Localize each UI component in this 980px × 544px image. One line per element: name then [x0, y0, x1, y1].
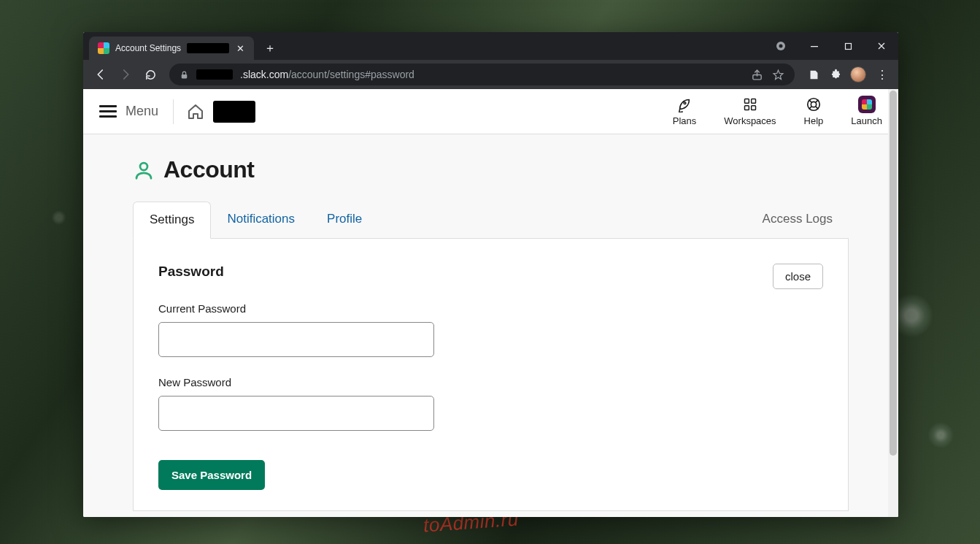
address-bar[interactable]: .slack.com/account/settings#password	[169, 64, 795, 85]
window-controls	[764, 32, 898, 60]
help-lifesaver-icon	[806, 96, 822, 112]
panel-header: Password close	[158, 264, 823, 289]
redacted-subdomain	[196, 69, 233, 80]
grid-icon	[743, 96, 757, 112]
incognito-icon	[764, 32, 798, 60]
tab-settings[interactable]: Settings	[133, 202, 211, 239]
back-button[interactable]	[90, 64, 111, 85]
tab-profile[interactable]: Profile	[311, 202, 378, 239]
browser-window: Account Settings ✕ ＋	[83, 32, 898, 517]
redacted-workspace-name	[213, 101, 255, 123]
svg-rect-8	[744, 106, 749, 110]
lock-icon	[180, 70, 189, 80]
nav-plans[interactable]: Plans	[673, 96, 697, 126]
page-viewport: Menu Plans Workspaces	[83, 89, 898, 517]
maximize-button[interactable]	[831, 32, 865, 60]
nav-label: Help	[804, 115, 824, 126]
person-icon	[133, 159, 155, 181]
share-icon[interactable]	[751, 69, 763, 81]
tab-close-button[interactable]: ✕	[235, 43, 245, 53]
forward-button[interactable]	[115, 64, 136, 85]
page-title-row: Account	[133, 156, 849, 183]
nav-label: Launch	[851, 115, 882, 126]
extension-icon[interactable]	[806, 67, 821, 82]
svg-point-12	[140, 163, 147, 170]
svg-rect-3	[845, 43, 851, 49]
rocket-icon	[676, 96, 692, 112]
menu-label[interactable]: Menu	[126, 104, 158, 119]
minimize-button[interactable]	[798, 32, 831, 60]
current-password-input[interactable]	[158, 322, 434, 357]
vertical-scrollbar[interactable]	[888, 89, 898, 517]
home-icon[interactable]	[187, 103, 204, 120]
account-tabs: Settings Notifications Profile Access Lo…	[133, 201, 849, 239]
svg-point-1	[779, 45, 783, 48]
hamburger-menu-icon[interactable]	[99, 102, 117, 120]
page-body: Account Settings Notifications Profile A…	[83, 134, 898, 511]
panel-title: Password	[158, 264, 224, 280]
slack-app-icon	[858, 96, 876, 112]
svg-rect-4	[182, 74, 188, 77]
scrollbar-thumb[interactable]	[890, 91, 897, 456]
window-close-button[interactable]	[865, 32, 898, 60]
app-header: Menu Plans Workspaces	[83, 89, 898, 134]
close-button[interactable]: close	[773, 264, 823, 289]
header-divider	[173, 99, 174, 124]
new-password-input[interactable]	[158, 396, 434, 431]
reload-button[interactable]	[140, 64, 161, 85]
current-password-label: Current Password	[158, 302, 823, 315]
browser-titlebar: Account Settings ✕ ＋	[83, 32, 898, 60]
slack-favicon	[98, 42, 109, 54]
header-right-nav: Plans Workspaces Help	[673, 96, 882, 126]
tab-notifications[interactable]: Notifications	[211, 202, 311, 239]
svg-rect-9	[752, 106, 756, 110]
save-password-button[interactable]: Save Password	[158, 460, 265, 490]
browser-toolbar: .slack.com/account/settings#password ⋮	[83, 60, 898, 89]
profile-avatar-icon[interactable]	[850, 66, 866, 83]
svg-rect-7	[752, 99, 756, 104]
tab-title: Account Settings	[115, 43, 181, 53]
password-panel: Password close Current Password New Pass…	[133, 239, 849, 511]
browser-menu-button[interactable]: ⋮	[873, 68, 891, 82]
svg-rect-2	[811, 46, 818, 47]
url-text: .slack.com/account/settings#password	[240, 69, 414, 80]
nav-label: Plans	[673, 115, 697, 126]
bookmark-star-icon[interactable]	[772, 69, 784, 81]
redacted-tab-text	[187, 43, 229, 53]
extension-icons: ⋮	[806, 66, 891, 83]
browser-tab[interactable]: Account Settings ✕	[89, 37, 254, 60]
nav-launch[interactable]: Launch	[851, 96, 882, 126]
address-bar-actions	[751, 69, 784, 81]
nav-workspaces[interactable]: Workspaces	[724, 96, 776, 126]
new-tab-button[interactable]: ＋	[260, 38, 280, 58]
nav-help[interactable]: Help	[804, 96, 824, 126]
tab-access-logs[interactable]: Access Logs	[746, 202, 849, 239]
nav-label: Workspaces	[724, 115, 776, 126]
page-title: Account	[163, 156, 255, 183]
new-password-label: New Password	[158, 376, 823, 388]
extensions-puzzle-icon[interactable]	[828, 67, 843, 82]
svg-point-11	[811, 101, 816, 107]
svg-rect-6	[744, 99, 749, 104]
